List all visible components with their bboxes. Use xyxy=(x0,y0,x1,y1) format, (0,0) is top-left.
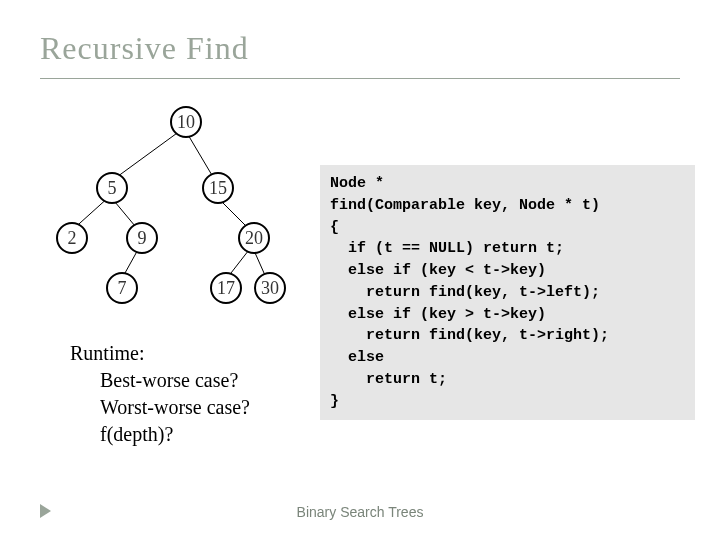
tree-node: 2 xyxy=(56,222,88,254)
tree-node: 9 xyxy=(126,222,158,254)
code-block: Node * find(Comparable key, Node * t) { … xyxy=(320,165,695,420)
code-line: else if (key < t->key) xyxy=(330,262,546,279)
code-line: return t; xyxy=(330,371,447,388)
tree-node: 17 xyxy=(210,272,242,304)
bst-diagram: 10 5 15 2 9 20 7 17 30 xyxy=(40,100,320,330)
code-line: { xyxy=(330,219,339,236)
runtime-q3: f(depth)? xyxy=(100,421,250,448)
footer-text: Binary Search Trees xyxy=(0,504,720,520)
tree-node-root: 10 xyxy=(170,106,202,138)
runtime-questions: Runtime: Best-worse case? Worst-worse ca… xyxy=(70,340,250,448)
page-title: Recursive Find xyxy=(40,30,249,67)
tree-node: 30 xyxy=(254,272,286,304)
code-line: Node * xyxy=(330,175,384,192)
code-line: else if (key > t->key) xyxy=(330,306,546,323)
runtime-heading: Runtime: xyxy=(70,340,250,367)
title-underline xyxy=(40,78,680,79)
code-line: return find(key, t->left); xyxy=(330,284,600,301)
code-line: if (t == NULL) return t; xyxy=(330,240,564,257)
tree-node: 7 xyxy=(106,272,138,304)
tree-node: 20 xyxy=(238,222,270,254)
tree-node: 15 xyxy=(202,172,234,204)
slide: Recursive Find 10 5 15 2 9 20 7 17 30 Ru… xyxy=(0,0,720,540)
tree-node: 5 xyxy=(96,172,128,204)
code-line: return find(key, t->right); xyxy=(330,327,609,344)
runtime-q1: Best-worse case? xyxy=(100,367,250,394)
code-line: } xyxy=(330,393,339,410)
code-line: else xyxy=(330,349,384,366)
code-line: find(Comparable key, Node * t) xyxy=(330,197,600,214)
runtime-q2: Worst-worse case? xyxy=(100,394,250,421)
